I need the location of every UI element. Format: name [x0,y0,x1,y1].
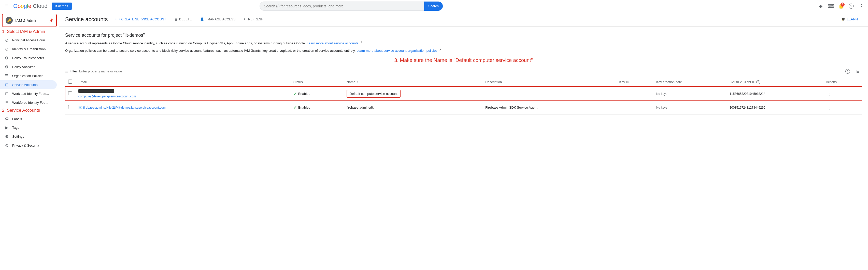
menu-icon[interactable]: ☰ [2,2,11,11]
row1-name: Default compute service account [350,92,398,96]
sidebar-item-label: Workload Identity Fede... [12,92,49,96]
sidebar: 🔑 IAM & Admin 📌 1. Select IAM & Admin ⊙ … [0,12,59,270]
row1-email-link[interactable]: compute@developer.gserviceaccount.com [79,94,136,98]
header-key-creation-date: Key creation date [653,78,726,87]
section-title: Service accounts for project "lit-demos" [65,33,862,38]
sidebar-item-privacy-security[interactable]: ⊙ Privacy & Security [0,141,57,150]
description-text-1: A service account represents a Google Cl… [65,40,862,46]
table-toolbar: ☰ Filter ? ⊞ [65,67,862,76]
row2-checkbox[interactable] [68,105,72,109]
sidebar-item-policy-troubleshooter[interactable]: ⚙ Policy Troubleshooter [0,54,57,62]
filter-input[interactable] [79,69,841,73]
description-text-2: Organization policies can be used to sec… [65,48,862,53]
sort-icon[interactable]: ↑ [357,80,358,84]
sidebar-item-service-accounts[interactable]: ⊡ Service Accounts [0,80,57,89]
sidebar-item-workload-identity[interactable]: ⊡ Workload Identity Fede... [0,89,57,98]
email-icon: 📧 [79,106,82,109]
row1-name-cell: Default compute service account [344,86,482,101]
row1-description [482,86,616,101]
header-email: Email [75,78,290,87]
page-title: Service accounts [65,16,108,23]
header-oauth-client-id: OAuth 2 Client ID ? [726,78,823,87]
step1-annotation: 1. Select IAM & Admin [0,29,59,36]
main-content: Service accounts + + CREATE SERVICE ACCO… [59,12,868,270]
sidebar-item-label: Principal Access Boun... [12,38,48,42]
topbar: ☰ Google Cloud lit-demos Search ◆ ⌨ 🔔 1 … [0,0,868,12]
iam-admin-label: IAM & Admin [15,18,37,23]
google-cloud-logo[interactable]: Google Cloud [13,3,48,9]
learn-btn[interactable]: 🎓 LEARN [837,16,862,23]
service-accounts-table: Email Status Name ↑ Description Key ID K… [65,78,862,114]
topbar-right: ◆ ⌨ 🔔 1 ? ⋮ [816,2,866,11]
identity-org-icon: ⊙ [4,47,9,52]
workload-identity-icon: ⊡ [4,91,9,96]
principal-access-icon: ⊙ [4,38,9,43]
row1-oauth-id: 115866582981045918214 [726,86,823,101]
help-btn[interactable]: ? [847,2,856,11]
row2-key-id [616,101,653,114]
refresh-btn[interactable]: ↻ REFRESH [241,16,267,23]
sidebar-item-principal-access[interactable]: ⊙ Principal Access Boun... [0,36,57,45]
search-button[interactable]: Search [424,2,443,11]
sidebar-item-label: Organization Policies [12,74,43,78]
manage-access-btn[interactable]: 👤+ MANAGE ACCESS [197,16,239,23]
table-header-row: Email Status Name ↑ Description Key ID K… [65,78,862,87]
row2-actions-btn[interactable]: ⋮ [826,104,834,112]
sidebar-item-label: Policy Analyzer [12,65,35,69]
terminal-icon: ⌨ [828,3,834,9]
sidebar-item-settings[interactable]: ⚙ Settings [0,132,57,141]
workforce-identity-icon: ≡ [4,100,9,105]
row2-description: Firebase Admin SDK Service Agent [482,101,616,114]
help-table-btn[interactable]: ? [844,67,852,76]
header-status: Status [290,78,344,87]
app-layout: 🔑 IAM & Admin 📌 1. Select IAM & Admin ⊙ … [0,12,868,270]
header-description: Description [482,78,616,87]
pin-icon: 📌 [49,18,53,22]
row1-actions: ⋮ [823,86,862,101]
sidebar-item-identity-org[interactable]: ⊙ Identity & Organization [0,45,57,54]
table-header: Email Status Name ↑ Description Key ID K… [65,78,862,87]
diamond-icon-btn[interactable]: ◆ [816,2,825,11]
row1-status-cell: ✔ Enabled [290,86,344,101]
sidebar-item-workforce-identity[interactable]: ≡ Workforce Identity Fed... [0,98,57,107]
terminal-icon-btn[interactable]: ⌨ [826,2,835,11]
sidebar-item-label: Settings [12,135,24,138]
row2-actions: ⋮ [823,101,862,114]
content-area: Service accounts for project "lit-demos"… [59,27,868,120]
learn-service-accounts-link[interactable]: Learn more about service accounts. [307,41,359,45]
labels-icon: 🏷 [4,116,9,121]
table-toolbar-right: ? ⊞ [844,67,862,76]
sidebar-item-labels[interactable]: 🏷 Labels [0,114,57,123]
iam-admin-header[interactable]: 🔑 IAM & Admin 📌 [2,14,57,27]
help-circle-icon: ? [845,69,850,74]
filter-btn[interactable]: ☰ Filter [65,69,77,73]
oauth-help-icon[interactable]: ? [756,80,761,84]
sidebar-item-policy-analyzer[interactable]: ⚙ Policy Analyzer [0,62,57,72]
learn-org-policies-link[interactable]: Learn more about service account organiz… [356,49,438,53]
row2-status-cell: ✔ Enabled [290,101,344,114]
project-selector[interactable]: lit-demos [52,3,72,10]
email-redacted [79,89,114,93]
sidebar-item-tags[interactable]: ▶ Tags [0,123,57,132]
sidebar-item-label: Service Accounts [12,83,38,87]
row1-checkbox[interactable] [68,91,72,96]
more-options-btn[interactable]: ⋮ [857,2,866,11]
sidebar-item-label: Privacy & Security [12,143,39,147]
select-all-checkbox[interactable] [68,80,72,84]
row2-name-cell: firebase-adminsdk [344,101,482,114]
column-settings-btn[interactable]: ⊞ [854,67,862,76]
search-input[interactable] [259,2,443,11]
sidebar-item-label: Labels [12,117,22,121]
row1-status: ✔ Enabled [293,91,340,96]
notification-btn[interactable]: 🔔 1 [836,2,846,11]
iam-icon: 🔑 [6,17,13,24]
row1-actions-btn[interactable]: ⋮ [826,89,834,98]
sidebar-item-org-policies[interactable]: ☰ Organization Policies [0,72,57,80]
step2-annotation: 2. Service Accounts [0,107,59,114]
create-service-account-btn[interactable]: + + CREATE SERVICE ACCOUNT [112,16,169,23]
delete-btn[interactable]: 🗑 DELETE [171,16,195,23]
delete-icon: 🗑 [174,17,178,21]
row2-email-link[interactable]: firebase-adminsdk-jvt2t@lit-demos.iam.gs… [83,106,166,109]
table-body: compute@developer.gserviceaccount.com ✔ … [65,86,862,114]
row1-key-id [616,86,653,101]
